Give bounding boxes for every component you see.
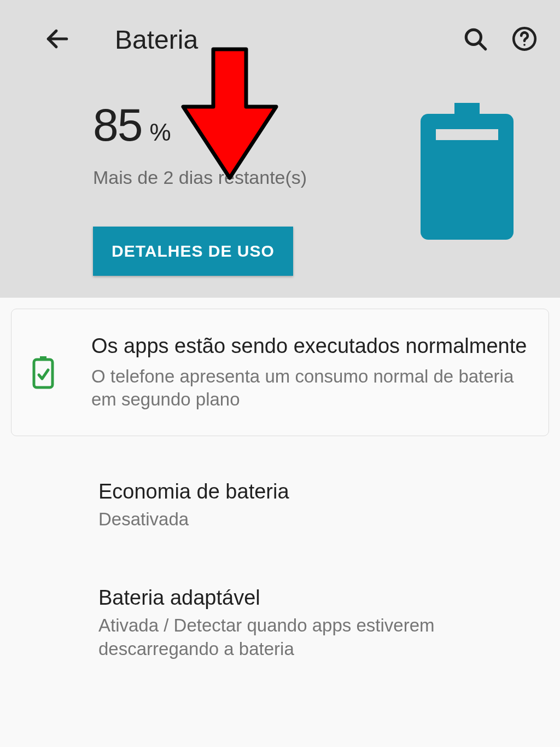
battery-remaining-text: Mais de 2 dias restante(s) bbox=[93, 167, 396, 188]
back-button[interactable] bbox=[44, 25, 71, 55]
svg-point-4 bbox=[523, 43, 526, 45]
page-title: Bateria bbox=[115, 25, 440, 55]
battery-percentage: 85 % bbox=[93, 99, 396, 152]
battery-icon bbox=[421, 103, 514, 240]
battery-ok-icon bbox=[32, 356, 54, 389]
usage-details-button[interactable]: DETALHES DE USO bbox=[93, 227, 293, 276]
help-button[interactable] bbox=[511, 25, 538, 55]
battery-summary-text: 85 % Mais de 2 dias restante(s) DETALHES… bbox=[93, 99, 396, 276]
back-arrow-icon bbox=[44, 25, 71, 53]
battery-percent-value: 85 bbox=[93, 99, 142, 152]
setting-subtitle: Ativada / Detectar quando apps estiverem… bbox=[98, 614, 534, 661]
help-icon bbox=[511, 25, 538, 53]
content-area: Os apps estão sendo executados normalmen… bbox=[0, 298, 560, 683]
status-subtitle: O telefone apresenta um consumo normal d… bbox=[91, 365, 533, 412]
status-icon-container bbox=[27, 356, 91, 389]
battery-percent-sign: % bbox=[149, 119, 171, 146]
setting-title: Bateria adaptável bbox=[98, 586, 534, 610]
header-panel: Bateria 85 % Mais de 2 dias restante(s) … bbox=[0, 0, 560, 298]
setting-adaptive-battery[interactable]: Bateria adaptável Ativada / Detectar qua… bbox=[11, 564, 549, 672]
svg-rect-7 bbox=[436, 129, 498, 140]
setting-subtitle: Desativada bbox=[98, 508, 534, 531]
setting-title: Economia de bateria bbox=[98, 480, 534, 503]
battery-icon-container bbox=[396, 99, 538, 276]
apps-status-card[interactable]: Os apps estão sendo executados normalmen… bbox=[11, 309, 549, 436]
search-icon bbox=[462, 25, 489, 53]
setting-battery-saver[interactable]: Economia de bateria Desativada bbox=[11, 458, 549, 542]
svg-rect-10 bbox=[34, 360, 52, 387]
svg-line-2 bbox=[479, 42, 486, 49]
search-button[interactable] bbox=[462, 25, 489, 55]
topbar: Bateria bbox=[0, 0, 560, 71]
battery-summary: 85 % Mais de 2 dias restante(s) DETALHES… bbox=[0, 71, 560, 281]
status-title: Os apps estão sendo executados normalmen… bbox=[91, 333, 533, 360]
